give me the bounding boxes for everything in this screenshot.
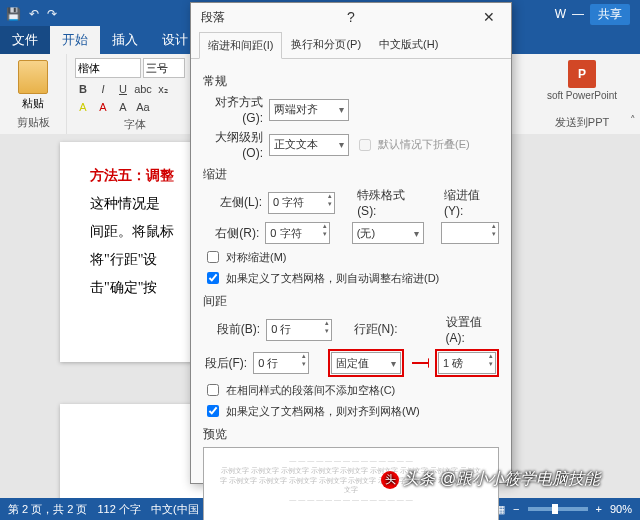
section-general: 常规 bbox=[203, 73, 499, 90]
space-before-spinner[interactable]: 0 行 bbox=[266, 319, 332, 341]
no-space-checkbox[interactable]: 在相同样式的段落间不添加空格(C) bbox=[203, 381, 499, 399]
word-count: 112 个字 bbox=[97, 502, 140, 517]
set-value-label: 设置值(A): bbox=[446, 314, 499, 345]
underline-icon[interactable]: U bbox=[115, 81, 131, 97]
paste-label: 粘贴 bbox=[8, 96, 58, 111]
paragraph-dialog: 段落 ? ✕ 缩进和间距(I) 换行和分页(P) 中文版式(H) 常规 对齐方式… bbox=[190, 2, 512, 484]
indent-left-label: 左侧(L): bbox=[203, 194, 262, 211]
font-size-select[interactable]: 三号 bbox=[143, 58, 185, 78]
outline-label: 大纲级别(O): bbox=[203, 129, 263, 160]
undo-icon[interactable]: ↶ bbox=[29, 7, 39, 21]
red-arrow-icon bbox=[410, 356, 429, 370]
tab-insert[interactable]: 插入 bbox=[100, 26, 150, 54]
tab-asian-typography[interactable]: 中文版式(H) bbox=[370, 31, 447, 58]
space-after-spinner[interactable]: 0 行 bbox=[253, 352, 308, 374]
alignment-select[interactable]: 两端对齐 bbox=[269, 99, 349, 121]
font-group-label: 字体 bbox=[75, 117, 195, 132]
bold-icon[interactable]: B bbox=[75, 81, 91, 97]
dialog-title: 段落 bbox=[201, 9, 225, 26]
collapse-ribbon-icon[interactable]: ˄ bbox=[630, 114, 636, 127]
redo-icon[interactable]: ↷ bbox=[47, 7, 57, 21]
font-color-icon[interactable]: A bbox=[95, 99, 111, 115]
section-spacing: 间距 bbox=[203, 293, 499, 310]
dialog-tabs: 缩进和间距(I) 换行和分页(P) 中文版式(H) bbox=[191, 31, 511, 59]
send-ppt-label: 发送到PPT bbox=[532, 115, 632, 130]
outline-select[interactable]: 正文文本 bbox=[269, 134, 349, 156]
set-value-spinner[interactable]: 1 磅 bbox=[438, 352, 496, 374]
space-after-label: 段后(F): bbox=[203, 355, 247, 372]
tab-line-page-breaks[interactable]: 换行和分页(P) bbox=[282, 31, 370, 58]
space-before-label: 段前(B): bbox=[203, 321, 260, 338]
mirror-indent-checkbox[interactable]: 对称缩进(M) bbox=[203, 248, 499, 266]
section-preview: 预览 bbox=[203, 426, 499, 443]
page-count: 第 2 页，共 2 页 bbox=[8, 502, 87, 517]
indent-value-spinner[interactable] bbox=[441, 222, 499, 244]
indent-value-label: 缩进值(Y): bbox=[444, 187, 499, 218]
section-indent: 缩进 bbox=[203, 166, 499, 183]
alignment-label: 对齐方式(G): bbox=[203, 94, 263, 125]
close-icon[interactable]: ✕ bbox=[477, 7, 501, 27]
minimize-icon[interactable]: — bbox=[572, 7, 584, 21]
char-shading-icon[interactable]: A bbox=[115, 99, 131, 115]
special-label: 特殊格式(S): bbox=[357, 187, 412, 218]
watermark-icon: 头 bbox=[381, 471, 399, 489]
indent-left-spinner[interactable]: 0 字符 bbox=[268, 192, 335, 214]
w-icon: W bbox=[555, 7, 566, 21]
highlight-icon[interactable]: A bbox=[75, 99, 91, 115]
close-icon[interactable]: ? bbox=[341, 7, 361, 27]
zoom-level[interactable]: 90% bbox=[610, 503, 632, 515]
save-icon[interactable]: 💾 bbox=[6, 7, 21, 21]
tab-file[interactable]: 文件 bbox=[0, 26, 50, 54]
special-select[interactable]: (无) bbox=[352, 222, 424, 244]
watermark: 头 头条 @跟小小筱学电脑技能 bbox=[381, 469, 600, 490]
paste-icon[interactable] bbox=[18, 60, 48, 94]
powerpoint-icon[interactable]: P bbox=[568, 60, 596, 88]
font-name-select[interactable]: 楷体 bbox=[75, 58, 141, 78]
strike-icon[interactable]: abc bbox=[135, 81, 151, 97]
zoom-slider[interactable] bbox=[528, 507, 588, 511]
indent-right-spinner[interactable]: 0 字符 bbox=[265, 222, 330, 244]
line-spacing-label: 行距(N): bbox=[354, 321, 407, 338]
italic-icon[interactable]: I bbox=[95, 81, 111, 97]
tab-indent-spacing[interactable]: 缩进和间距(I) bbox=[199, 32, 282, 59]
sub-icon[interactable]: x₂ bbox=[155, 81, 171, 97]
clipboard-group-label: 剪贴板 bbox=[8, 115, 58, 130]
snap-grid-checkbox[interactable]: 如果定义了文档网格，则对齐到网格(W) bbox=[203, 402, 499, 420]
auto-indent-checkbox[interactable]: 如果定义了文档网格，则自动调整右缩进(D) bbox=[203, 269, 499, 287]
collapse-checkbox[interactable]: 默认情况下折叠(E) bbox=[355, 136, 470, 154]
ppt-small-label: soft PowerPoint bbox=[532, 90, 632, 101]
zoom-in-icon[interactable]: + bbox=[596, 503, 602, 515]
aa-icon[interactable]: Aa bbox=[135, 99, 151, 115]
line-spacing-select[interactable]: 固定值 bbox=[331, 352, 401, 374]
indent-right-label: 右侧(R): bbox=[203, 225, 259, 242]
share-button[interactable]: 共享 bbox=[590, 4, 630, 25]
tab-home[interactable]: 开始 bbox=[50, 26, 100, 54]
zoom-out-icon[interactable]: − bbox=[513, 503, 519, 515]
